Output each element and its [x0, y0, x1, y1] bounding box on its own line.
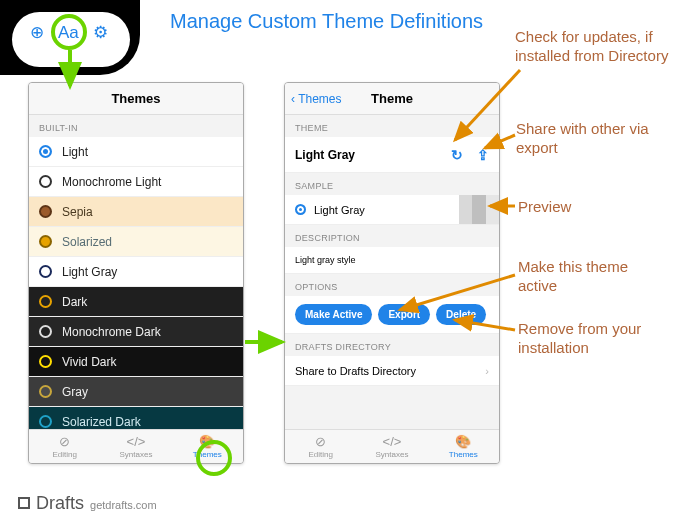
tab-editing-2[interactable]: ⊘Editing — [285, 430, 356, 463]
theme-row[interactable]: Gray — [29, 377, 243, 407]
nav-bar-detail: ‹ Themes Theme — [285, 83, 499, 115]
theme-row[interactable]: Light — [29, 137, 243, 167]
highlight-themes-tab — [196, 440, 232, 476]
section-description: DESCRIPTION — [285, 225, 499, 247]
radio-selected-icon — [295, 204, 306, 215]
theme-swatch-icon — [39, 235, 52, 248]
theme-title-row: Light Gray ↻ ⇪ — [285, 137, 499, 173]
editing-icon: ⊘ — [315, 434, 326, 449]
preview-swatch — [459, 195, 499, 224]
share-directory-label: Share to Drafts Directory — [295, 365, 416, 377]
make-active-button[interactable]: Make Active — [295, 304, 372, 325]
theme-row[interactable]: Vivid Dark — [29, 347, 243, 377]
theme-row-label: Monochrome Dark — [62, 325, 161, 339]
theme-swatch-icon — [39, 265, 52, 278]
nav-bar: Themes — [29, 83, 243, 115]
theme-row[interactable]: Solarized — [29, 227, 243, 257]
editing-icon: ⊘ — [59, 434, 70, 449]
highlight-font-icon — [51, 14, 87, 50]
theme-row-label: Sepia — [62, 205, 93, 219]
section-directory: DRAFTS DIRECTORY — [285, 334, 499, 356]
callout-share: Share with other via export — [516, 120, 676, 158]
section-theme: THEME — [285, 115, 499, 137]
theme-row-label: Vivid Dark — [62, 355, 116, 369]
share-directory-row[interactable]: Share to Drafts Directory › — [285, 356, 499, 386]
sample-row[interactable]: Light Gray — [285, 195, 499, 225]
section-options: OPTIONS — [285, 274, 499, 296]
tab-editing[interactable]: ⊘Editing — [29, 430, 100, 463]
callout-updates: Check for updates, if installed from Dir… — [515, 28, 675, 66]
page-title: Manage Custom Theme Definitions — [170, 10, 483, 33]
theme-swatch-icon — [39, 415, 52, 428]
section-sample: SAMPLE — [285, 173, 499, 195]
delete-button[interactable]: Delete — [436, 304, 486, 325]
section-builtin: BUILT-IN — [29, 115, 243, 137]
sample-name: Light Gray — [314, 204, 365, 216]
theme-row-label: Light — [62, 145, 88, 159]
tab-syntaxes[interactable]: </>Syntaxes — [100, 430, 171, 463]
tab-syntaxes-2[interactable]: </>Syntaxes — [356, 430, 427, 463]
theme-row[interactable]: Dark — [29, 287, 243, 317]
themes-icon: 🎨 — [455, 434, 471, 449]
theme-swatch-icon — [39, 385, 52, 398]
theme-swatch-icon — [39, 175, 52, 188]
theme-row-label: Gray — [62, 385, 88, 399]
theme-row-label: Solarized — [62, 235, 112, 249]
syntaxes-icon: </> — [383, 434, 402, 449]
theme-row[interactable]: Monochrome Dark — [29, 317, 243, 347]
tab-bar-detail: ⊘Editing </>Syntaxes 🎨Themes — [285, 429, 499, 463]
gear-icon[interactable]: ⚙ — [93, 22, 108, 43]
nav-title-detail: Theme — [371, 91, 413, 106]
theme-swatch-icon — [39, 295, 52, 308]
theme-swatch-icon — [39, 355, 52, 368]
description-text: Light gray style — [285, 247, 499, 274]
theme-row[interactable]: Sepia — [29, 197, 243, 227]
theme-row-label: Solarized Dark — [62, 415, 141, 429]
back-button[interactable]: ‹ Themes — [291, 92, 341, 106]
nav-title: Themes — [111, 91, 160, 106]
callout-active: Make this theme active — [518, 258, 668, 296]
theme-name: Light Gray — [295, 148, 355, 162]
options-row: Make Active Export Delete — [285, 296, 499, 334]
phone-themes-list: Themes BUILT-IN LightMonochrome LightSep… — [28, 82, 244, 464]
callout-preview: Preview — [518, 198, 571, 217]
brand-name: Drafts — [36, 493, 84, 514]
chevron-right-icon: › — [485, 365, 489, 377]
phone-theme-detail: ‹ Themes Theme THEME Light Gray ↻ ⇪ SAMP… — [284, 82, 500, 464]
syntaxes-icon: </> — [127, 434, 146, 449]
theme-row[interactable]: Light Gray — [29, 257, 243, 287]
share-icon[interactable]: ⇪ — [477, 147, 489, 163]
theme-row[interactable]: Monochrome Light — [29, 167, 243, 197]
brand-domain: getdrafts.com — [90, 499, 157, 511]
footer: Drafts getdrafts.com — [18, 493, 157, 514]
drafts-logo-icon — [18, 497, 30, 509]
theme-swatch-icon — [39, 145, 52, 158]
theme-list: LightMonochrome LightSepiaSolarizedLight… — [29, 137, 243, 437]
callout-remove: Remove from your installation — [518, 320, 678, 358]
theme-row-label: Light Gray — [62, 265, 117, 279]
zoom-icon[interactable]: ⊕ — [30, 22, 44, 43]
theme-row-label: Dark — [62, 295, 87, 309]
theme-swatch-icon — [39, 205, 52, 218]
tab-themes-2[interactable]: 🎨Themes — [428, 430, 499, 463]
theme-swatch-icon — [39, 325, 52, 338]
refresh-icon[interactable]: ↻ — [451, 147, 463, 163]
theme-row-label: Monochrome Light — [62, 175, 161, 189]
export-button[interactable]: Export — [378, 304, 430, 325]
